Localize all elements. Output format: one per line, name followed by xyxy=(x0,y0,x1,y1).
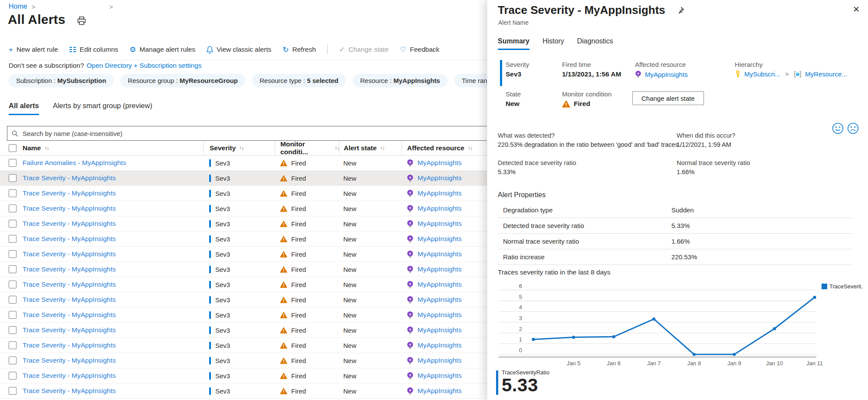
select-all-checkbox[interactable] xyxy=(9,144,16,152)
table-row[interactable]: Failure Anomalies - MyAppInsights Sev3 F… xyxy=(0,155,487,171)
tab-history[interactable]: History xyxy=(542,37,564,50)
feedback-button[interactable]: ♡ Feedback xyxy=(400,46,439,53)
alert-name-link[interactable]: Trace Severity - MyAppInsights xyxy=(23,174,116,182)
tab-all-alerts[interactable]: All alerts xyxy=(9,102,39,115)
row-checkbox[interactable] xyxy=(9,281,16,288)
alert-name-link[interactable]: Trace Severity - MyAppInsights xyxy=(23,220,116,228)
filter-pill[interactable]: Resource : MyAppInsights xyxy=(353,74,447,87)
column-header-name[interactable]: Name↑↓ xyxy=(21,141,203,155)
table-row[interactable]: Trace Severity - MyAppInsights Sev3 Fire… xyxy=(0,277,487,292)
table-row[interactable]: Trace Severity - MyAppInsights Sev3 Fire… xyxy=(0,323,487,338)
column-header-affected-resource[interactable]: Affected resource↑↓ xyxy=(401,141,487,155)
resource-link[interactable]: MyAppInsights xyxy=(418,357,462,364)
alert-name-link[interactable]: Trace Severity - MyAppInsights xyxy=(23,189,116,197)
resource-link[interactable]: MyAppInsights xyxy=(418,205,462,212)
open-directory-settings-link[interactable]: Open Directory + Subscription settings xyxy=(87,62,202,69)
resource-link[interactable]: MyAppInsights xyxy=(418,296,462,304)
search-input[interactable] xyxy=(22,129,487,138)
manage-alert-rules-button[interactable]: ⚙ Manage alert rules xyxy=(129,46,195,53)
table-row[interactable]: Trace Severity - MyAppInsights Sev3 Fire… xyxy=(0,247,487,262)
resource-link[interactable]: MyAppInsights xyxy=(418,326,462,334)
alert-name-link[interactable]: Trace Severity - MyAppInsights xyxy=(23,265,116,273)
change-alert-state-button[interactable]: Change alert state xyxy=(632,91,704,105)
hierarchy-subscription-link[interactable]: MySubscri... xyxy=(744,70,780,78)
row-checkbox[interactable] xyxy=(9,372,16,380)
row-checkbox[interactable] xyxy=(9,159,16,167)
edit-columns-button[interactable]: Edit columns xyxy=(69,46,118,53)
table-row[interactable]: Trace Severity - MyAppInsights Sev3 Fire… xyxy=(0,307,487,323)
alert-name-link[interactable]: Trace Severity - MyAppInsights xyxy=(23,250,116,258)
resource-link[interactable]: MyAppInsights xyxy=(418,265,462,273)
alert-name-link[interactable]: Trace Severity - MyAppInsights xyxy=(23,387,116,395)
resource-link[interactable]: MyAppInsights xyxy=(418,159,462,167)
row-checkbox[interactable] xyxy=(9,250,16,258)
affected-resource-link[interactable]: MyAppInsights xyxy=(645,71,687,78)
alert-name-link[interactable]: Trace Severity - MyAppInsights xyxy=(23,357,116,364)
resource-link[interactable]: MyAppInsights xyxy=(418,341,462,349)
alert-name-link[interactable]: Trace Severity - MyAppInsights xyxy=(23,341,116,349)
row-checkbox[interactable] xyxy=(9,220,16,228)
alert-name-link[interactable]: Trace Severity - MyAppInsights xyxy=(23,326,116,334)
row-checkbox[interactable] xyxy=(9,357,16,364)
alert-name-link[interactable]: Trace Severity - MyAppInsights xyxy=(23,372,116,380)
table-row[interactable]: Trace Severity - MyAppInsights Sev3 Fire… xyxy=(0,216,487,231)
table-row[interactable]: Trace Severity - MyAppInsights Sev3 Fire… xyxy=(0,338,487,353)
resource-link[interactable]: MyAppInsights xyxy=(418,250,462,258)
resource-link[interactable]: MyAppInsights xyxy=(418,174,462,182)
refresh-button[interactable]: ↻ Refresh xyxy=(283,46,316,53)
resource-link[interactable]: MyAppInsights xyxy=(418,281,462,288)
table-row[interactable]: Trace Severity - MyAppInsights Sev3 Fire… xyxy=(0,231,487,247)
tab-diagnostics[interactable]: Diagnostics xyxy=(577,37,613,50)
resource-link[interactable]: MyAppInsights xyxy=(418,220,462,228)
row-checkbox[interactable] xyxy=(9,387,16,395)
filter-pill[interactable]: Time range : Past 7 days xyxy=(454,74,487,87)
resource-link[interactable]: MyAppInsights xyxy=(418,387,462,395)
row-checkbox[interactable] xyxy=(9,326,16,334)
row-checkbox[interactable] xyxy=(9,311,16,319)
printer-icon[interactable] xyxy=(77,17,86,25)
row-checkbox[interactable] xyxy=(9,189,16,197)
table-row[interactable]: Trace Severity - MyAppInsights Sev3 Fire… xyxy=(0,353,487,368)
table-row[interactable]: Trace Severity - MyAppInsights Sev3 Fire… xyxy=(0,171,487,186)
breadcrumb-home-link[interactable]: Home xyxy=(9,3,27,10)
new-alert-rule-button[interactable]: + New alert rule xyxy=(9,46,58,53)
table-row[interactable]: Trace Severity - MyAppInsights Sev3 Fire… xyxy=(0,262,487,277)
row-checkbox[interactable] xyxy=(9,341,16,349)
row-checkbox[interactable] xyxy=(9,265,16,273)
severity-bar-icon xyxy=(209,175,211,182)
resource-link[interactable]: MyAppInsights xyxy=(418,189,462,197)
resource-link[interactable]: MyAppInsights xyxy=(418,235,462,243)
alert-name-link[interactable]: Trace Severity - MyAppInsights xyxy=(23,311,116,319)
table-row[interactable]: Trace Severity - MyAppInsights Sev3 Fire… xyxy=(0,186,487,201)
filter-pill[interactable]: Resource group : MyResourceGroup xyxy=(121,74,245,87)
alert-name-link[interactable]: Trace Severity - MyAppInsights xyxy=(23,296,116,304)
filter-pill[interactable]: Resource type : 5 selected xyxy=(252,74,346,87)
change-state-button[interactable]: ✓ Change state xyxy=(339,46,388,53)
alert-name-link[interactable]: Trace Severity - MyAppInsights xyxy=(23,235,116,243)
table-row[interactable]: Trace Severity - MyAppInsights Sev3 Fire… xyxy=(0,201,487,216)
row-checkbox[interactable] xyxy=(9,174,16,182)
pin-icon[interactable] xyxy=(677,7,684,14)
alert-name-link[interactable]: Failure Anomalies - MyAppInsights xyxy=(23,159,126,167)
column-header-monitor-condition[interactable]: Monitor conditi...↑↓ xyxy=(275,141,339,155)
hierarchy-resource-group-link[interactable]: MyResource... xyxy=(805,70,847,78)
close-icon[interactable]: ✕ xyxy=(853,4,860,14)
column-header-severity[interactable]: Severity↑↓ xyxy=(203,141,275,155)
table-row[interactable]: Trace Severity - MyAppInsights Sev3 Fire… xyxy=(0,292,487,307)
column-header-alert-state[interactable]: Alert state↑↓ xyxy=(339,141,401,155)
row-checkbox[interactable] xyxy=(9,235,16,243)
resource-link[interactable]: MyAppInsights xyxy=(418,311,462,319)
severity-bar-icon xyxy=(209,190,211,197)
table-row[interactable]: Trace Severity - MyAppInsights Sev3 Fire… xyxy=(0,368,487,383)
view-classic-alerts-button[interactable]: View classic alerts xyxy=(207,46,271,53)
alert-name-link[interactable]: Trace Severity - MyAppInsights xyxy=(23,205,116,212)
row-checkbox[interactable] xyxy=(9,205,16,212)
table-row[interactable]: Trace Severity - MyAppInsights Sev3 Fire… xyxy=(0,383,487,399)
alert-name-link[interactable]: Trace Severity - MyAppInsights xyxy=(23,281,116,288)
tab-alerts-by-smart-group[interactable]: Alerts by smart group (preview) xyxy=(53,102,152,115)
resource-link[interactable]: MyAppInsights xyxy=(418,372,462,380)
tab-summary[interactable]: Summary xyxy=(498,37,529,50)
field-fired-time: Fired time 1/13/2021, 1:56 AM xyxy=(562,61,621,78)
row-checkbox[interactable] xyxy=(9,296,16,304)
filter-pill[interactable]: Subscription : MySubscription xyxy=(9,74,114,87)
